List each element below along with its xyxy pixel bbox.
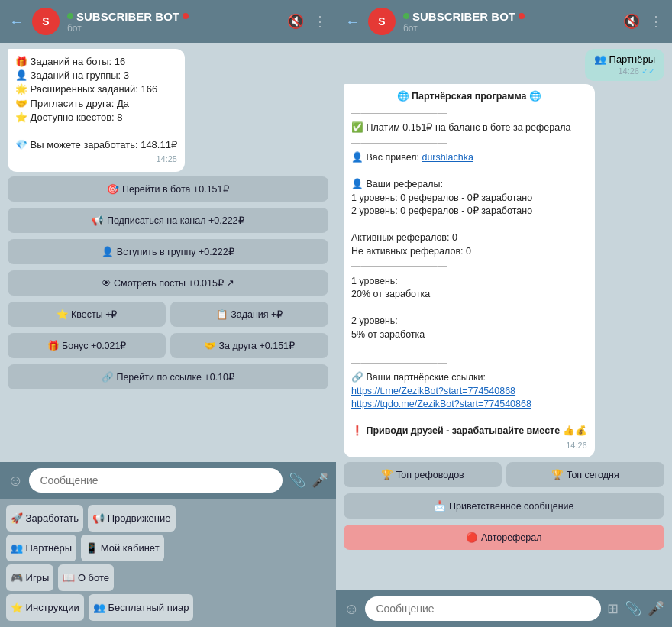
referral-level2: 2 уровень: 0 рефералов - 0₽ заработано xyxy=(351,205,587,218)
tick-icon: ✓✓ xyxy=(641,66,655,76)
right-mute-icon[interactable]: 🔇 xyxy=(623,13,640,30)
left-back-button[interactable]: ← xyxy=(9,13,24,31)
right-panel: ← S SUBSCRIBER BOT бот 🔇 ⋮ 👥 Партнёры 14… xyxy=(336,0,672,627)
stat-earn: 💎 Вы можете заработать: 148.11₽ xyxy=(15,138,177,152)
btn-subscribe[interactable]: 📢 Подписаться на канал +0.222₽ xyxy=(8,208,328,233)
kb-about[interactable]: 📖 О боте xyxy=(58,564,114,591)
left-input-bar: ☺ 📎 🎤 xyxy=(0,462,336,499)
kb-instructions[interactable]: ⭐ Инструкции xyxy=(6,594,84,621)
inactive-referrals: Не активных рефералов: 0 xyxy=(351,245,587,259)
btn-quests[interactable]: ⭐ Квесты +₽ xyxy=(8,302,166,327)
right-attach-icon[interactable]: 📎 xyxy=(625,600,641,617)
active-referrals: Активных рефералов: 0 xyxy=(351,231,587,245)
partner-message-bubble: 🌐 Партнёрская программа 🌐 —————————— ✅ П… xyxy=(344,84,595,457)
btn-watch[interactable]: 👁 Смотреть посты +0.015₽ ↗ xyxy=(8,270,328,296)
right-more-icon[interactable]: ⋮ xyxy=(649,13,663,30)
right-header-icons: 🔇 ⋮ xyxy=(623,13,663,30)
right-title: SUBSCRIBER BOT xyxy=(403,10,615,23)
divider-3: —————————— xyxy=(351,260,587,273)
btn-goto-bot[interactable]: 🎯 Перейти в бота +0.151₽ xyxy=(8,176,328,202)
autoreferral-row: 🔴 Автореферал xyxy=(344,525,664,550)
btn-top-today[interactable]: 🏆 Топ сегодня xyxy=(506,462,664,487)
stat-line-2: 👤 Заданий на группы: 3 xyxy=(15,69,177,82)
right-message-input[interactable] xyxy=(365,596,601,621)
divider-2: —————————— xyxy=(351,137,587,150)
left-header: ← S SUBSCRIBER BOT бот 🔇 ⋮ xyxy=(0,0,336,43)
btn-welcome-msg[interactable]: 📩 Приветственное сообщение xyxy=(344,493,664,519)
left-red-dot xyxy=(183,13,189,19)
btn-bonus[interactable]: 🎁 Бонус +0.021₽ xyxy=(8,333,166,358)
right-header: ← S SUBSCRIBER BOT бот 🔇 ⋮ xyxy=(336,0,672,43)
btn-goto-bot-row: 🎯 Перейти в бота +0.151₽ xyxy=(8,176,328,202)
partner-msg-time: 14:26 xyxy=(351,440,587,451)
left-keyboard: 🚀 Заработать 📢 Продвижение 👥 Партнёры 📱 … xyxy=(0,499,336,627)
btn-watch-row: 👁 Смотреть посты +0.015₽ ↗ xyxy=(8,270,328,296)
partner-footer: ❗ Приводи друзей - зарабатывайте вместе … xyxy=(351,425,587,438)
user-partners-label: 👥 Партнёры xyxy=(594,53,655,65)
level2-percent: 5% от заработка xyxy=(351,328,587,342)
left-more-icon[interactable]: ⋮ xyxy=(313,13,327,30)
stat-line-5: ⭐ Доступно квестов: 8 xyxy=(15,111,177,124)
stat-line-3: 🌟 Расширенных заданий: 166 xyxy=(15,82,177,96)
kb-earn[interactable]: 🚀 Заработать xyxy=(6,505,83,532)
left-online-dot xyxy=(67,13,73,19)
btn-tasks[interactable]: 📋 Задания +₽ xyxy=(170,302,328,327)
kb-promote[interactable]: 📢 Продвижение xyxy=(88,505,175,532)
left-mic-icon[interactable]: 🎤 xyxy=(312,472,328,489)
btn-join-group-row: 👤 Вступить в группу +0.222₽ xyxy=(8,239,328,264)
left-mute-icon[interactable]: 🔇 xyxy=(287,13,304,30)
right-emoji-icon[interactable]: ☺ xyxy=(344,600,359,618)
kb-games[interactable]: 🎮 Игры xyxy=(6,564,53,591)
stat-line-1: 🎁 Заданий на боты: 16 xyxy=(15,55,177,69)
partner-links-title: 🔗 Ваши партнёрские ссылки: xyxy=(351,371,587,385)
partner-title: 🌐 Партнёрская программа 🌐 xyxy=(351,90,587,104)
stat-line-4: 🤝 Пригласить друга: Да xyxy=(15,97,177,111)
left-avatar: S xyxy=(32,8,60,35)
kb-partners[interactable]: 👥 Партнёры xyxy=(6,535,76,561)
partner-invited-by: 👤 Вас привел: durshlachka xyxy=(351,151,587,165)
user-partners-bubble: 👥 Партнёры 14:26 ✓✓ xyxy=(585,49,664,81)
top-refs-row: 🏆 Топ рефоводов 🏆 Топ сегодня xyxy=(344,462,664,487)
referrer-link[interactable]: durshlachka xyxy=(422,152,473,163)
partner-link-2[interactable]: https://tgdo.me/ZezikBot?start=774540868 xyxy=(351,399,531,409)
btn-subscribe-row: 📢 Подписаться на канал +0.222₽ xyxy=(8,208,328,233)
welcome-msg-row: 📩 Приветственное сообщение xyxy=(344,493,664,519)
left-message-input[interactable] xyxy=(29,468,283,493)
right-mic-icon[interactable]: 🎤 xyxy=(648,600,664,617)
partner-referrals-title: 👤 Ваши рефералы: xyxy=(351,178,587,192)
referral-level1: 1 уровень: 0 рефералов - 0₽ заработано xyxy=(351,192,587,205)
right-red-dot xyxy=(519,13,525,19)
right-chat-area: 👥 Партнёры 14:26 ✓✓ 🌐 Партнёрская програ… xyxy=(336,43,672,590)
left-title: SUBSCRIBER BOT xyxy=(67,10,279,23)
left-chat-area: 🎁 Заданий на боты: 16 👤 Заданий на групп… xyxy=(0,43,336,462)
stats-message: 🎁 Заданий на боты: 16 👤 Заданий на групп… xyxy=(8,49,185,172)
btn-link[interactable]: 🔗 Перейти по ссылке +0.10₽ xyxy=(8,364,328,389)
user-bubble-time: 14:26 ✓✓ xyxy=(594,66,655,76)
right-subtitle: бот xyxy=(403,23,615,34)
right-input-bar: ☺ ⊞ 📎 🎤 xyxy=(336,590,672,627)
btn-autoreferral[interactable]: 🔴 Автореферал xyxy=(344,525,664,550)
stats-time: 14:25 xyxy=(15,154,177,165)
left-panel: ← S SUBSCRIBER BOT бот 🔇 ⋮ 🎁 Заданий на … xyxy=(0,0,336,627)
btn-bonus-friend-row: 🎁 Бонус +0.021₽ 🤝 За друга +0.151₽ xyxy=(8,333,328,358)
left-emoji-icon[interactable]: ☺ xyxy=(8,472,23,490)
kb-cabinet[interactable]: 📱 Мой кабинет xyxy=(81,535,164,561)
btn-friend[interactable]: 🤝 За друга +0.151₽ xyxy=(170,333,328,358)
right-back-button[interactable]: ← xyxy=(345,13,360,31)
divider-4: —————————— xyxy=(351,357,587,370)
left-header-icons: 🔇 ⋮ xyxy=(287,13,327,30)
left-subtitle: бот xyxy=(67,23,279,34)
btn-top-refs[interactable]: 🏆 Топ рефоводов xyxy=(344,462,502,487)
level1-percent: 20% от заработка xyxy=(351,288,587,302)
kb-free-pr[interactable]: 👥 Бесплатный пиар xyxy=(89,594,194,621)
partner-pay-info: ✅ Платим 0.151₽ на баланс в боте за рефе… xyxy=(351,121,587,135)
btn-join-group[interactable]: 👤 Вступить в группу +0.222₽ xyxy=(8,239,328,264)
left-attach-icon[interactable]: 📎 xyxy=(289,472,305,489)
partner-link-1[interactable]: https://t.me/ZezikBot?start=774540868 xyxy=(351,386,515,396)
level2-percent-title: 2 уровень: xyxy=(351,315,587,328)
btn-link-row: 🔗 Перейти по ссылке +0.10₽ xyxy=(8,364,328,389)
right-online-dot xyxy=(403,13,409,19)
right-header-info: SUBSCRIBER BOT бот xyxy=(403,10,615,34)
right-keyboard-icon[interactable]: ⊞ xyxy=(607,600,619,617)
right-avatar: S xyxy=(368,8,396,35)
